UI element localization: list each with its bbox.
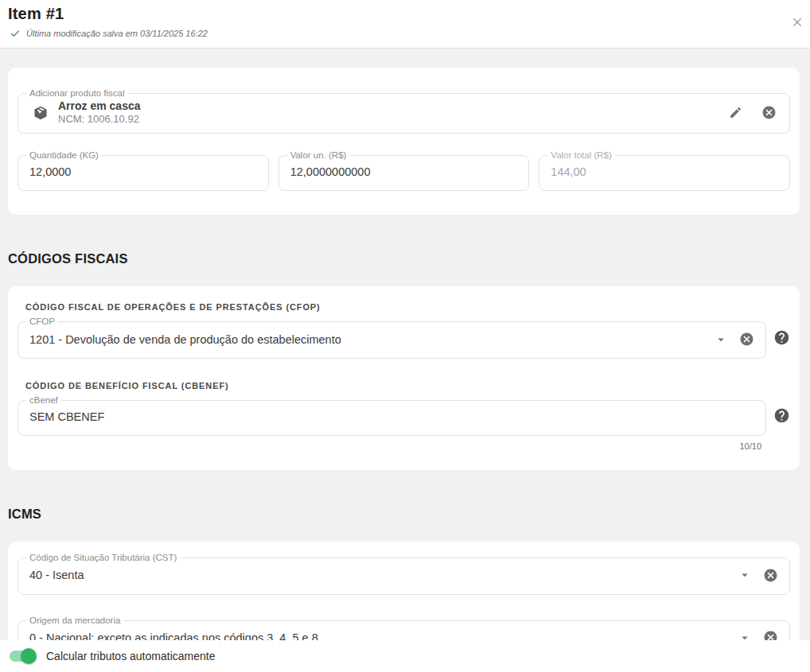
clear-cst-icon[interactable]: [763, 568, 778, 583]
unit-value-label: Valor un. (R$): [287, 150, 350, 161]
close-icon[interactable]: [791, 16, 804, 29]
cbenef-field[interactable]: cBenef: [18, 395, 766, 436]
origin-label: Origem da mercadoria: [26, 616, 123, 626]
cbenef-row: cBenef: [18, 395, 790, 436]
dialog-body: Adicionar produto fiscal Arroz em casca …: [0, 49, 810, 672]
cst-select[interactable]: Código de Situação Tributária (CST) 40 -…: [18, 553, 790, 595]
clear-cfop-icon[interactable]: [739, 332, 754, 347]
section-title-icms: ICMS: [8, 507, 810, 522]
save-status-text: Última modificação salva em 03/11/2025 1…: [26, 29, 208, 38]
cst-label: Código de Situação Tributária (CST): [26, 553, 180, 563]
clear-product-icon[interactable]: [761, 105, 777, 120]
total-value-label: Valor total (R$): [547, 150, 614, 161]
quantity-label: Quantidade (KG): [26, 150, 102, 161]
unit-value-input[interactable]: [290, 161, 518, 190]
cbenef-help-icon[interactable]: [773, 407, 790, 424]
product-picker[interactable]: Adicionar produto fiscal Arroz em casca …: [18, 88, 790, 134]
product-name: Arroz em casca: [58, 99, 719, 114]
cbenef-char-counter: 10/10: [18, 441, 761, 451]
fiscal-codes-card: CÓDIGO FISCAL DE OPERAÇÕES E DE PRESTAÇÕ…: [8, 286, 800, 470]
dialog-header: Item #1 Última modificação salva em 03/1…: [0, 0, 810, 49]
cfop-group-title: CÓDIGO FISCAL DE OPERAÇÕES E DE PRESTAÇÕ…: [25, 302, 782, 312]
chevron-down-icon[interactable]: [738, 568, 752, 582]
cbenef-label: cBenef: [26, 395, 61, 406]
package-icon: [33, 105, 49, 121]
cfop-value: 1201 - Devolução de venda de produção do…: [29, 333, 714, 346]
product-info: Arroz em casca NCM: 1006.10.92: [58, 99, 719, 126]
quantity-input[interactable]: [29, 161, 257, 190]
cfop-row: CFOP 1201 - Devolução de venda de produç…: [18, 317, 790, 359]
product-card: Adicionar produto fiscal Arroz em casca …: [8, 68, 800, 215]
toggle-thumb: [21, 648, 37, 664]
chevron-down-icon[interactable]: [714, 332, 728, 347]
auto-calc-label: Calcular tributos automaticamente: [46, 650, 215, 662]
item-dialog: Item #1 Última modificação salva em 03/1…: [0, 0, 810, 672]
edit-product-icon[interactable]: [729, 106, 742, 119]
cfop-select[interactable]: CFOP 1201 - Devolução de venda de produç…: [18, 317, 766, 359]
quantity-field[interactable]: Quantidade (KG): [18, 150, 269, 191]
cfop-help-icon[interactable]: [773, 329, 790, 346]
total-value-field: Valor total (R$): [539, 150, 790, 191]
section-title-codigos-fiscais: CÓDIGOS FISCAIS: [8, 251, 810, 266]
product-picker-label: Adicionar produto fiscal: [26, 88, 128, 99]
cbenef-group-title: CÓDIGO DE BENEFÍCIO FISCAL (CBENEF): [25, 381, 782, 390]
total-value-input: [551, 161, 778, 190]
page-title: Item #1: [8, 5, 797, 23]
check-icon: [10, 28, 21, 39]
cfop-label: CFOP: [26, 317, 58, 327]
save-status: Última modificação salva em 03/11/2025 1…: [10, 28, 797, 39]
cst-value: 40 - Isenta: [29, 569, 738, 581]
dialog-footer: Calcular tributos automaticamente: [0, 640, 810, 672]
cbenef-input[interactable]: [29, 406, 754, 435]
product-ncm: NCM: 1006.10.92: [58, 113, 719, 126]
quantity-row: Quantidade (KG) Valor un. (R$) Valor tot…: [18, 150, 790, 191]
cst-row: Código de Situação Tributária (CST) 40 -…: [18, 553, 790, 595]
auto-calc-toggle[interactable]: [8, 648, 37, 664]
unit-value-field[interactable]: Valor un. (R$): [278, 150, 530, 191]
